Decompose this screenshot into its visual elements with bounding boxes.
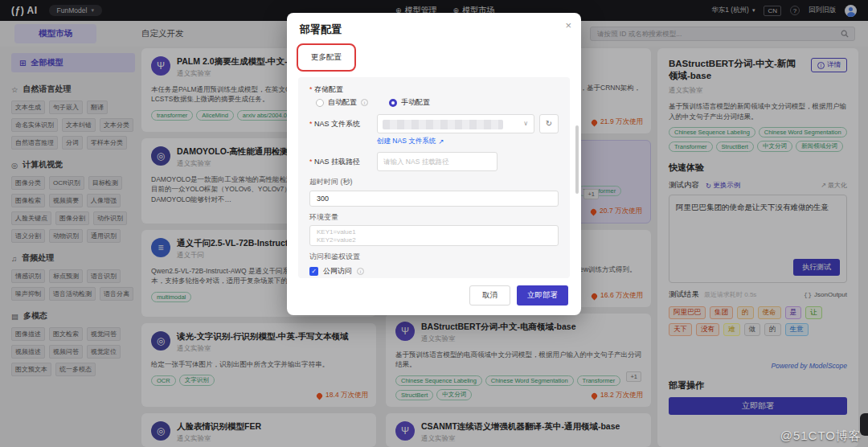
- more-config-button[interactable]: 更多配置: [301, 47, 352, 68]
- radio-manual-config[interactable]: 手动配置: [389, 97, 430, 108]
- nas-path-label: NAS 挂载路径: [309, 157, 377, 167]
- watermark: @51CTO博客: [780, 429, 862, 444]
- access-settings-label: 访问和鉴权设置: [309, 252, 559, 262]
- env-textarea[interactable]: KEY1=value1 KEY2=value2: [309, 225, 559, 246]
- external-link-icon: ↗: [438, 137, 444, 146]
- timeout-label: 超时时间 (秒): [309, 177, 559, 187]
- nas-fs-select[interactable]: ∨: [377, 114, 534, 133]
- nas-path-input[interactable]: [377, 152, 497, 171]
- radio-icon: [316, 99, 324, 107]
- nas-fs-label: NAS 文件系统: [309, 119, 377, 129]
- info-icon: i: [361, 99, 368, 106]
- deploy-config-modal: × 部署配置 更多配置 存储配置 自动配置 i 手动配置 NAS 文件系统 ∨ …: [287, 13, 581, 315]
- deploy-confirm-button[interactable]: 立即部署: [517, 285, 568, 306]
- public-access-checkbox-row[interactable]: ✓ 公网访问 i: [309, 266, 559, 277]
- blurred-value: [383, 120, 503, 129]
- modal-form: 存储配置 自动配置 i 手动配置 NAS 文件系统 ∨ ↻ 创建 NAS 文件系…: [298, 77, 570, 278]
- refresh-button[interactable]: ↻: [539, 114, 559, 133]
- modal-title: 部署配置: [287, 13, 581, 42]
- cancel-button[interactable]: 取消: [469, 285, 510, 306]
- timeout-input[interactable]: [309, 191, 559, 207]
- modal-scrollbar[interactable]: [575, 125, 579, 194]
- env-label: 环境变量: [309, 212, 559, 223]
- red-annotation-box: 更多配置: [297, 43, 356, 72]
- checkbox-checked-icon[interactable]: ✓: [309, 267, 318, 276]
- close-icon[interactable]: ×: [565, 19, 571, 31]
- radio-auto-config[interactable]: 自动配置 i: [316, 97, 368, 108]
- radio-icon-selected: [389, 99, 397, 107]
- create-nas-link[interactable]: 创建 NAS 文件系统 ↗: [377, 137, 559, 146]
- chevron-down-icon: ∨: [523, 120, 528, 127]
- info-icon: i: [357, 268, 364, 275]
- storage-config-label: 存储配置: [309, 84, 377, 95]
